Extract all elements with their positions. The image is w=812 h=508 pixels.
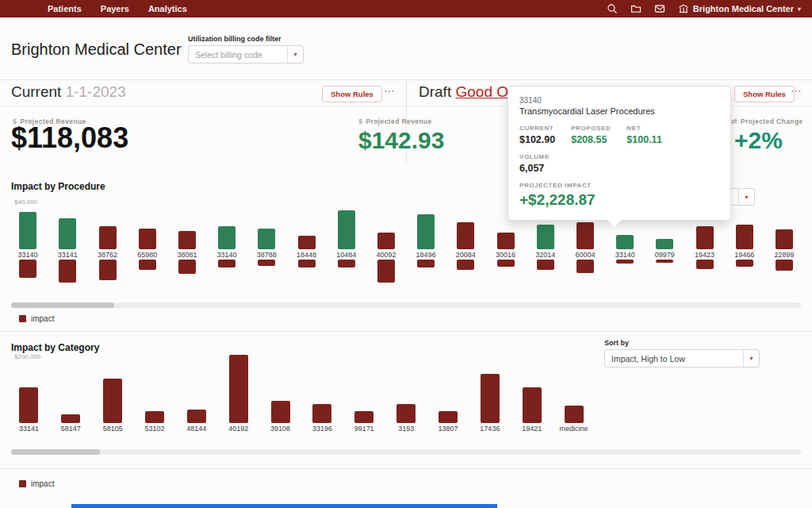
bar-segment-up[interactable] — [377, 233, 395, 249]
chart-bar-group: 38762 — [87, 208, 127, 283]
bar-label: 60004 — [575, 249, 595, 260]
bar-segment-up[interactable] — [178, 231, 196, 249]
nav-item-analytics[interactable]: Analytics — [148, 4, 187, 13]
bar-segment-down[interactable] — [377, 260, 395, 283]
bar-segment-down[interactable] — [417, 260, 435, 267]
tooltip-impact: PROJECTED IMPACT +$2,228.87 — [519, 182, 719, 209]
bar-segment-up[interactable] — [229, 355, 248, 423]
organization-selector[interactable]: Brighton Medical Center ▾ — [678, 3, 801, 14]
bar-segment-up[interactable] — [218, 226, 236, 249]
bar-segment-up[interactable] — [523, 387, 542, 423]
billing-code-filter-select[interactable]: Select billing code ▾ — [188, 45, 304, 64]
bar-segment-down[interactable] — [616, 260, 634, 264]
bar-segment-up[interactable] — [776, 229, 793, 249]
bar-segment-up[interactable] — [736, 225, 753, 249]
bar-label: 18448 — [297, 249, 316, 260]
sort-by-value: Impact, High to Low — [605, 350, 743, 367]
bar-segment-up[interactable] — [656, 239, 673, 249]
bar-segment-down[interactable] — [537, 260, 554, 270]
bar-segment-up[interactable] — [616, 235, 634, 249]
bar-segment-down[interactable] — [736, 260, 753, 267]
bar-segment-down[interactable] — [696, 260, 714, 269]
bar-segment-up[interactable] — [312, 404, 331, 423]
bar-segment-up[interactable] — [298, 236, 316, 249]
bar-segment-up[interactable] — [99, 226, 117, 249]
bar-segment-up[interactable] — [145, 411, 164, 423]
category-chart-legend: impact — [19, 479, 54, 488]
bar-segment-down[interactable] — [776, 260, 793, 271]
bar-segment-up[interactable] — [19, 387, 38, 423]
bar-segment-up[interactable] — [139, 229, 156, 249]
bar-segment-up[interactable] — [271, 401, 290, 423]
bar-label: 22899 — [774, 249, 794, 260]
bar-label: medicine — [560, 423, 588, 433]
draft-revenue-value: $142.93 — [358, 127, 444, 154]
bar-segment-up[interactable] — [103, 379, 122, 423]
procedure-chart-title: Impact by Procedure — [11, 181, 105, 192]
show-rules-button-draft[interactable]: Show Rules — [734, 86, 795, 102]
bar-label: 65980 — [137, 249, 157, 260]
divider — [0, 468, 812, 469]
bar-segment-up[interactable] — [417, 214, 435, 249]
bar-segment-down[interactable] — [19, 260, 36, 278]
bar-segment-up[interactable] — [19, 212, 36, 249]
search-icon[interactable] — [607, 3, 618, 14]
bar-segment-down[interactable] — [59, 260, 76, 283]
bar-segment-down[interactable] — [497, 260, 515, 267]
more-options-icon[interactable]: ⋯ — [787, 83, 806, 98]
category-chart-scrollbar[interactable] — [11, 449, 801, 455]
bar-segment-up[interactable] — [565, 406, 584, 423]
bar-segment-up[interactable] — [61, 414, 80, 423]
chart-bar-group: 20084 — [446, 208, 485, 283]
bar-segment-down[interactable] — [457, 260, 474, 270]
chart-bar-group: 99171 — [343, 355, 385, 437]
metric-label-text: Projected Change — [741, 117, 803, 125]
tooltip-proposed-value: $208.55 — [571, 134, 611, 145]
bar-segment-up[interactable] — [696, 226, 714, 249]
bar-segment-down[interactable] — [99, 260, 117, 280]
current-revenue-value: $118,083 — [11, 121, 128, 155]
bar-segment-up[interactable] — [481, 374, 500, 423]
bar-segment-up[interactable] — [354, 411, 373, 423]
bar-segment-up[interactable] — [457, 222, 474, 249]
chart-bar-group: 58105 — [92, 355, 134, 437]
inbox-icon[interactable] — [654, 3, 665, 14]
bar-segment-down[interactable] — [218, 260, 236, 267]
bar-segment-up[interactable] — [338, 210, 355, 249]
bar-segment-up[interactable] — [576, 222, 594, 249]
building-icon — [678, 3, 689, 14]
chart-bar-group: 65980 — [128, 208, 167, 283]
bar-label: 19423 — [695, 249, 714, 260]
scrollbar-thumb[interactable] — [11, 302, 114, 308]
bar-segment-up[interactable] — [187, 410, 206, 423]
chevron-down-icon: ▾ — [798, 6, 801, 13]
bar-segment-up[interactable] — [258, 229, 275, 249]
tooltip-current-value: $102.90 — [519, 134, 555, 145]
nav-item-patients[interactable]: Patients — [48, 4, 82, 13]
bar-label: 33140 — [615, 249, 635, 260]
bar-segment-down[interactable] — [258, 260, 275, 266]
bar-segment-down[interactable] — [298, 260, 316, 267]
bar-segment-down[interactable] — [338, 260, 355, 267]
bar-segment-up[interactable] — [537, 225, 554, 249]
bar-segment-down[interactable] — [178, 260, 196, 274]
more-options-icon[interactable]: ⋯ — [381, 83, 399, 98]
bar-label: 33141 — [58, 249, 78, 260]
bar-segment-up[interactable] — [59, 218, 76, 249]
organization-name: Brighton Medical Center — [693, 4, 794, 13]
chart-bar-group: 19421 — [511, 355, 553, 437]
procedure-chart-scrollbar[interactable] — [11, 302, 801, 308]
show-rules-button-current[interactable]: Show Rules — [322, 86, 382, 102]
bar-segment-up[interactable] — [439, 411, 458, 423]
bar-segment-down[interactable] — [576, 260, 594, 273]
chart-bar-group: 39108 — [259, 355, 301, 437]
folder-icon[interactable] — [630, 3, 642, 14]
scrollbar-thumb[interactable] — [11, 449, 100, 455]
bar-segment-down[interactable] — [656, 260, 673, 263]
nav-item-payers[interactable]: Payers — [101, 4, 129, 13]
sort-by-select[interactable]: Impact, High to Low ▾ — [604, 349, 760, 368]
bar-segment-down[interactable] — [139, 260, 156, 270]
bar-segment-up[interactable] — [396, 404, 416, 423]
bar-segment-up[interactable] — [497, 233, 515, 249]
tooltip-net-label: NET — [626, 125, 662, 132]
